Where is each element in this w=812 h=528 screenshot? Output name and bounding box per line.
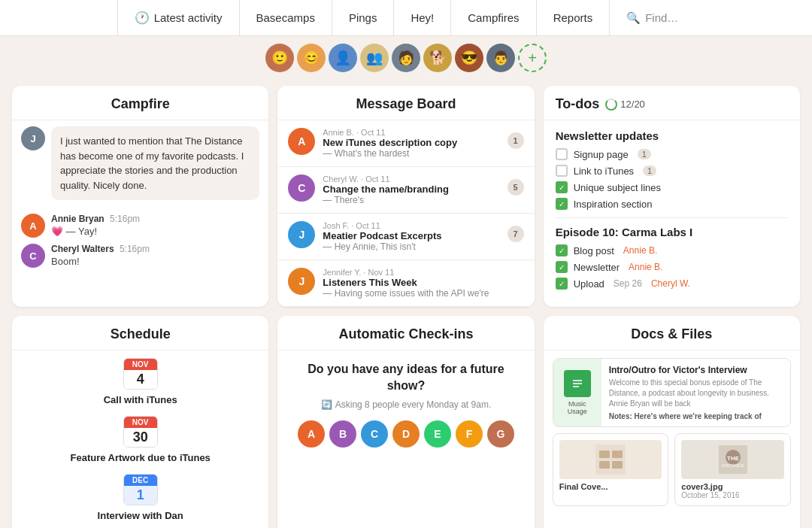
doc-small-title: cover3.jpg <box>681 482 784 491</box>
checkins-area: Do you have any ideas for a future show?… <box>277 350 534 458</box>
doc-thumb-label: Music Usage <box>558 400 597 415</box>
message-board-list: A Annie B. · Oct 11 New iTunes descripti… <box>277 120 534 307</box>
schedule-title: Schedule <box>12 316 268 350</box>
todo-checkbox[interactable]: ✓ <box>556 198 568 210</box>
todo-item: ✓ Inspiration section <box>556 198 788 210</box>
todos-section-title: Newsletter updates <box>556 129 788 142</box>
chat-area: J I just wanted to mention that The Dist… <box>12 120 268 280</box>
avatar: F <box>456 420 483 448</box>
avatar: E <box>424 420 451 448</box>
todos-header: To-dos 12/20 <box>544 86 800 120</box>
search-icon: 🔍 <box>626 11 641 25</box>
avatar[interactable]: 👥 <box>360 44 389 72</box>
avatar[interactable]: 👤 <box>329 44 357 72</box>
docs-small-grid: Final Cove... THE DISTANCE cover3.jpg Oc… <box>553 433 791 506</box>
todo-item: ✓ Newsletter Annie B. <box>556 261 788 273</box>
doc-small-title: Final Cove... <box>559 482 662 491</box>
google-sheets-icon <box>564 370 591 397</box>
mb-item[interactable]: J Josh F. · Oct 11 Meatier Podcast Excer… <box>277 214 534 260</box>
checkin-avatars: A B C D E F G <box>289 420 522 448</box>
avatar[interactable]: 🐕 <box>423 44 452 72</box>
todo-checkbox[interactable]: ✓ <box>556 244 568 256</box>
checkin-question: Do you have any ideas for a future show? <box>289 361 522 395</box>
docs-title: Docs & Files <box>544 316 800 350</box>
todos-area: Newsletter updates Signup page 1 Link to… <box>544 120 800 303</box>
clock-icon: 🕐 <box>135 11 150 25</box>
avatar[interactable]: 👨 <box>486 44 515 72</box>
doc-title: Intro/Outro for Victor's Interview <box>609 365 783 375</box>
doc-small-item[interactable]: THE DISTANCE cover3.jpg October 15, 2016 <box>674 433 791 506</box>
nav-hey[interactable]: Hey! <box>394 0 451 35</box>
nav-campfires[interactable]: Campfires <box>451 0 536 35</box>
todo-badge: 1 <box>638 149 651 159</box>
avatar: B <box>329 420 356 448</box>
mb-item[interactable]: A Annie B. · Oct 11 New iTunes descripti… <box>277 120 534 167</box>
repeat-icon: 🔄 <box>321 399 332 410</box>
dashboard-grid: Campfire J I just wanted to mention that… <box>0 78 812 528</box>
svg-text:THE: THE <box>727 455 740 462</box>
todo-item: Signup page 1 <box>556 148 788 160</box>
doc-cover-thumbnail: THE DISTANCE <box>681 440 784 479</box>
calendar-icon: Dec 1 <box>123 474 158 505</box>
mb-item[interactable]: J Jennifer Y. · Nov 11 Listeners This We… <box>277 260 534 307</box>
todo-checkbox[interactable]: ✓ <box>556 278 568 290</box>
docs-area: Music Usage Intro/Outro for Victor's Int… <box>544 350 800 514</box>
schedule-item: Dec 1 Interview with Dan <box>24 474 256 521</box>
todos-section-title: Episode 10: Carma Labs I <box>556 226 788 238</box>
avatar[interactable]: 🙂 <box>265 44 294 72</box>
nav-latest-activity[interactable]: 🕐 Latest activity <box>117 0 240 35</box>
doc-small-thumbnail <box>559 440 662 479</box>
calendar-icon: Nov 30 <box>123 416 158 448</box>
avatar[interactable]: 🧑 <box>392 44 420 72</box>
svg-rect-6 <box>612 451 623 458</box>
docs-card: Docs & Files Music Usage Intro/Outro for… <box>544 316 800 528</box>
chat-message: C Cheryl Walters 5:16pm Boom! <box>21 244 259 268</box>
nav-pings[interactable]: Pings <box>332 0 395 35</box>
svg-rect-3 <box>573 386 579 387</box>
avatar: J <box>288 221 315 248</box>
avatar[interactable]: 😊 <box>297 44 326 72</box>
message-board-title: Message Board <box>277 86 534 120</box>
svg-rect-2 <box>573 383 582 384</box>
avatar: C <box>21 244 45 268</box>
chat-message-content: Annie Bryan 5:16pm 💗 — Yay! <box>51 214 140 237</box>
add-person-button[interactable]: + <box>518 44 547 72</box>
avatar: J <box>21 126 45 150</box>
calendar-icon: Nov 4 <box>123 358 158 390</box>
doc-small-item[interactable]: Final Cove... <box>553 433 669 506</box>
nav-reports[interactable]: Reports <box>537 0 611 35</box>
todo-checkbox[interactable] <box>556 165 568 177</box>
divider <box>556 217 788 218</box>
svg-text:DISTANCE: DISTANCE <box>722 463 744 468</box>
chat-message-content: Cheryl Walters 5:16pm Boom! <box>51 244 150 267</box>
avatar: C <box>288 174 315 202</box>
nav-basecamps[interactable]: Basecamps <box>240 0 332 35</box>
todo-checkbox[interactable]: ✓ <box>556 261 568 273</box>
doc-content: Intro/Outro for Victor's Interview Welco… <box>601 359 790 426</box>
mb-badge: 5 <box>508 179 524 196</box>
mb-item[interactable]: C Cheryl W. · Oct 11 Change the name/bra… <box>277 167 534 214</box>
todo-item: ✓ Blog post Annie B. <box>556 244 788 256</box>
todo-checkbox[interactable]: ✓ <box>556 181 568 193</box>
todo-item: ✓ Upload Sep 26 Cheryl W. <box>556 278 788 290</box>
todos-title: To-dos <box>556 96 600 112</box>
avatar[interactable]: 😎 <box>455 44 483 72</box>
progress-circle-icon <box>605 99 617 111</box>
schedule-area: Nov 4 Call with iTunes Nov 30 Feature Ar… <box>12 350 268 528</box>
avatar: D <box>392 420 420 448</box>
checkins-title: Automatic Check-ins <box>277 316 534 350</box>
todo-checkbox[interactable] <box>556 148 568 160</box>
todo-badge: 1 <box>643 165 656 176</box>
svg-rect-8 <box>612 461 623 469</box>
message-board-card: Message Board A Annie B. · Oct 11 New iT… <box>277 86 534 307</box>
todo-item: ✓ Unique subject lines <box>556 181 788 193</box>
doc-item[interactable]: Music Usage Intro/Outro for Victor's Int… <box>553 358 791 427</box>
todo-item: Link to iTunes 1 <box>556 165 788 177</box>
checkin-sub: 🔄 Asking 8 people every Monday at 9am. <box>289 399 522 410</box>
schedule-item: Nov 4 Call with iTunes <box>24 358 256 405</box>
search-button[interactable]: 🔍 Find… <box>610 11 695 25</box>
doc-thumbnail: Music Usage <box>553 359 601 426</box>
avatar: C <box>361 420 388 448</box>
campfire-title: Campfire <box>12 86 268 120</box>
doc-notes: Notes: Here's where we're keeping track … <box>609 412 783 420</box>
